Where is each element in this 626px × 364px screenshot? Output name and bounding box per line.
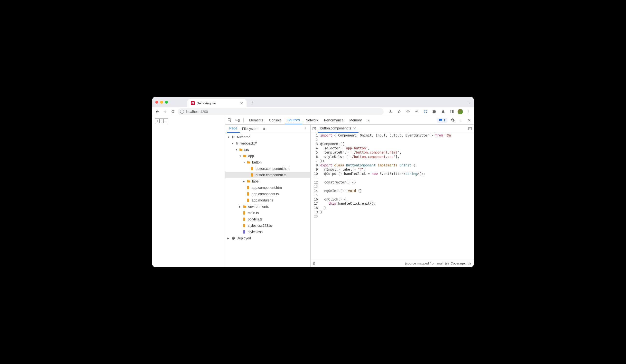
code-content[interactable]: import { Component, OnInit, Input, Outpu… bbox=[319, 133, 474, 260]
url-text: localhost:4200 bbox=[186, 110, 208, 114]
editor-tab-label: button.component.ts bbox=[320, 126, 351, 130]
svg-point-9 bbox=[469, 110, 469, 111]
minimize-window-button[interactable] bbox=[160, 101, 163, 104]
toggle-debugger-icon[interactable] bbox=[466, 127, 474, 131]
titlebar: DemoAngular ✕ + ⌄ bbox=[152, 97, 474, 107]
editor-tab-active[interactable]: button.component.ts ✕ bbox=[318, 125, 358, 133]
devtools-toolbar: Elements Console Sources Network Perform… bbox=[225, 116, 474, 125]
tree-webpack[interactable]: ▼webpack:// bbox=[225, 140, 310, 146]
tab-memory[interactable]: Memory bbox=[347, 116, 364, 124]
counter-minus-button[interactable]: - bbox=[163, 118, 168, 123]
tree-app-module-ts[interactable]: app.module.ts bbox=[225, 197, 310, 203]
site-info-icon[interactable]: i bbox=[180, 110, 184, 114]
tab-network[interactable]: Network bbox=[303, 116, 320, 124]
close-devtools-icon[interactable] bbox=[466, 117, 472, 123]
tree-label-folder[interactable]: ▶label bbox=[225, 178, 310, 184]
inspect-element-icon[interactable] bbox=[227, 117, 233, 123]
browser-window: DemoAngular ✕ + ⌄ i localhost:4200 bbox=[152, 97, 474, 267]
tabs-overflow-icon[interactable]: » bbox=[365, 116, 372, 124]
maximize-window-button[interactable] bbox=[165, 101, 168, 104]
labs-flask-icon[interactable] bbox=[440, 109, 446, 115]
tree-styles-css[interactable]: styles.css bbox=[225, 229, 310, 235]
tab-title: DemoAngular bbox=[197, 102, 216, 105]
tree-authored[interactable]: ▼Authored bbox=[225, 134, 310, 140]
angular-favicon bbox=[191, 101, 195, 105]
toggle-navigator-icon[interactable] bbox=[311, 127, 318, 131]
device-toolbar-icon[interactable] bbox=[235, 117, 240, 123]
tab-performance[interactable]: Performance bbox=[321, 116, 346, 124]
svg-point-2 bbox=[408, 111, 409, 111]
svg-point-3 bbox=[415, 111, 416, 112]
svg-rect-8 bbox=[452, 110, 453, 113]
subtab-filesystem[interactable]: Filesystem bbox=[240, 125, 261, 133]
bookmark-star-icon[interactable] bbox=[396, 109, 402, 115]
subtab-overflow-icon[interactable]: » bbox=[261, 125, 268, 133]
url-bar: i localhost:4200 bbox=[152, 107, 474, 116]
devtools-menu-icon[interactable] bbox=[458, 117, 464, 123]
file-tree: ▼Authored ▼webpack:// ▼src ▼app ▼button … bbox=[225, 133, 310, 267]
svg-point-15 bbox=[461, 120, 462, 121]
tree-deployed[interactable]: ▶Deployed bbox=[225, 235, 310, 241]
close-tab-button[interactable]: ✕ bbox=[240, 101, 243, 106]
settings-gear-icon[interactable] bbox=[450, 117, 456, 123]
page-content: + 0 - bbox=[152, 116, 225, 267]
tree-styles-css-v[interactable]: styles.css?231c bbox=[225, 222, 310, 229]
tree-app-component-ts[interactable]: app.component.ts bbox=[225, 191, 310, 197]
forward-button[interactable] bbox=[162, 109, 168, 115]
reload-button[interactable] bbox=[170, 109, 176, 115]
omnibox[interactable]: i localhost:4200 bbox=[178, 108, 384, 115]
pretty-print-icon[interactable]: {} bbox=[313, 261, 315, 265]
svg-point-11 bbox=[469, 112, 469, 113]
subtab-page[interactable]: Page bbox=[227, 125, 240, 133]
counter-value: 0 bbox=[159, 118, 163, 123]
tree-app[interactable]: ▼app bbox=[225, 153, 310, 159]
extensions-puzzle-icon[interactable] bbox=[431, 109, 437, 115]
close-editor-tab-icon[interactable]: ✕ bbox=[353, 126, 356, 130]
svg-point-1 bbox=[407, 111, 408, 111]
side-panel-icon[interactable] bbox=[449, 109, 455, 115]
tab-console[interactable]: Console bbox=[267, 116, 284, 124]
editor-pane: button.component.ts ✕ 123456789101112131… bbox=[311, 125, 474, 267]
profile-avatar[interactable] bbox=[458, 109, 463, 114]
tree-environments[interactable]: ▶environments bbox=[225, 203, 310, 210]
svg-point-4 bbox=[417, 111, 418, 112]
extension-icon-3[interactable] bbox=[423, 109, 428, 115]
chrome-menu-icon[interactable] bbox=[466, 109, 472, 115]
traffic-lights[interactable] bbox=[155, 101, 168, 104]
tabs-dropdown-button[interactable]: ⌄ bbox=[468, 101, 471, 104]
new-tab-button[interactable]: + bbox=[251, 100, 254, 105]
code-editor[interactable]: 1234567891011121314151617181920 import {… bbox=[311, 133, 474, 260]
svg-rect-13 bbox=[238, 119, 239, 121]
tree-button-ts[interactable]: button.component.ts bbox=[225, 172, 310, 178]
tab-elements[interactable]: Elements bbox=[247, 116, 266, 124]
navigator-tabs: Page Filesystem » ⋮ bbox=[225, 125, 310, 133]
editor-tabs: button.component.ts ✕ bbox=[311, 125, 474, 133]
editor-statusbar: {} (source mapped from main.js) Coverage… bbox=[311, 260, 474, 267]
tree-button-folder[interactable]: ▼button bbox=[225, 159, 310, 165]
tree-main-ts[interactable]: main.ts bbox=[225, 210, 310, 216]
extension-icon-2[interactable] bbox=[414, 109, 420, 115]
share-icon[interactable] bbox=[388, 109, 393, 115]
navigator-menu-icon[interactable]: ⋮ bbox=[302, 127, 309, 130]
svg-point-16 bbox=[461, 121, 462, 122]
svg-rect-12 bbox=[236, 119, 238, 121]
source-map-link[interactable]: main.js bbox=[437, 261, 448, 265]
devtools-panel: Elements Console Sources Network Perform… bbox=[225, 116, 474, 267]
extension-icon-1[interactable] bbox=[405, 109, 411, 115]
tree-app-component-html[interactable]: app.component.html bbox=[225, 184, 310, 191]
issues-button[interactable]: 1 bbox=[437, 118, 447, 123]
svg-point-6 bbox=[426, 112, 427, 113]
browser-tab[interactable]: DemoAngular ✕ bbox=[187, 99, 247, 107]
tree-button-html[interactable]: button.component.html bbox=[225, 165, 310, 172]
tab-sources[interactable]: Sources bbox=[285, 116, 302, 124]
counter-widget: + 0 - bbox=[155, 118, 223, 123]
back-button[interactable] bbox=[154, 109, 160, 115]
svg-point-10 bbox=[469, 111, 469, 112]
svg-point-14 bbox=[461, 119, 462, 119]
sources-navigator: Page Filesystem » ⋮ ▼Authored ▼webpack:/… bbox=[225, 125, 311, 267]
statusbar-info: (source mapped from main.js) Coverage: n… bbox=[405, 261, 471, 265]
close-window-button[interactable] bbox=[155, 101, 158, 104]
counter-plus-button[interactable]: + bbox=[155, 118, 160, 123]
tree-src[interactable]: ▼src bbox=[225, 146, 310, 153]
tree-polyfills-ts[interactable]: polyfills.ts bbox=[225, 216, 310, 222]
